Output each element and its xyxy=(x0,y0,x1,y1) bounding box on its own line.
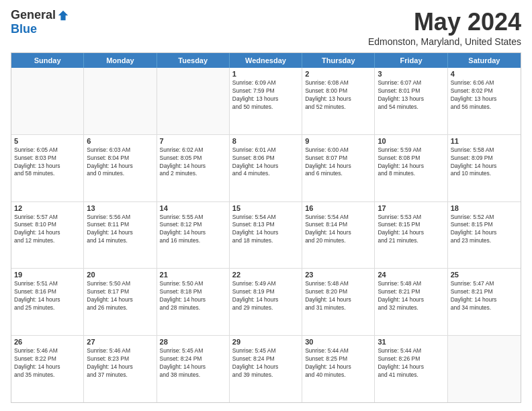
day-info: Sunrise: 5:57 AMSunset: 8:10 PMDaylight:… xyxy=(14,214,81,246)
calendar-row: 12Sunrise: 5:57 AMSunset: 8:10 PMDayligh… xyxy=(11,201,521,269)
day-number: 7 xyxy=(160,137,226,145)
day-info: Sunrise: 6:03 AMSunset: 8:04 PMDaylight:… xyxy=(87,146,153,179)
day-info: Sunrise: 6:08 AMSunset: 8:00 PMDaylight:… xyxy=(305,79,371,111)
day-info: Sunrise: 5:44 AMSunset: 8:25 PMDaylight:… xyxy=(305,347,371,379)
day-cell: 24Sunrise: 5:48 AMSunset: 8:21 PMDayligh… xyxy=(375,269,447,335)
day-cell: 10Sunrise: 5:59 AMSunset: 8:08 PMDayligh… xyxy=(375,135,447,201)
day-number: 31 xyxy=(378,338,444,346)
logo: General Blue xyxy=(11,8,69,36)
day-info: Sunrise: 6:05 AMSunset: 8:03 PMDaylight:… xyxy=(14,146,81,179)
month-title: May 2024 xyxy=(368,8,521,36)
day-cell: 31Sunrise: 5:44 AMSunset: 8:26 PMDayligh… xyxy=(375,336,447,402)
day-number: 29 xyxy=(232,338,299,346)
day-cell: 28Sunrise: 5:45 AMSunset: 8:24 PMDayligh… xyxy=(157,336,230,402)
day-cell: 11Sunrise: 5:58 AMSunset: 8:09 PMDayligh… xyxy=(448,135,521,201)
day-info: Sunrise: 5:54 AMSunset: 8:14 PMDaylight:… xyxy=(305,214,371,246)
day-info: Sunrise: 5:44 AMSunset: 8:26 PMDaylight:… xyxy=(378,347,444,379)
day-info: Sunrise: 5:52 AMSunset: 8:15 PMDaylight:… xyxy=(451,214,518,246)
day-cell xyxy=(157,68,230,134)
day-number: 30 xyxy=(305,338,371,346)
calendar: SundayMondayTuesdayWednesdayThursdayFrid… xyxy=(11,52,521,403)
day-number: 1 xyxy=(232,70,299,78)
day-of-week-header: Friday xyxy=(375,53,447,68)
day-cell: 2Sunrise: 6:08 AMSunset: 8:00 PMDaylight… xyxy=(302,68,375,134)
day-cell: 7Sunrise: 6:02 AMSunset: 8:05 PMDaylight… xyxy=(157,135,230,201)
day-cell: 21Sunrise: 5:50 AMSunset: 8:18 PMDayligh… xyxy=(157,269,230,335)
day-number: 25 xyxy=(451,271,518,279)
day-cell: 5Sunrise: 6:05 AMSunset: 8:03 PMDaylight… xyxy=(11,135,84,201)
day-cell: 27Sunrise: 5:46 AMSunset: 8:23 PMDayligh… xyxy=(84,336,157,402)
day-cell: 23Sunrise: 5:48 AMSunset: 8:20 PMDayligh… xyxy=(302,269,375,335)
day-info: Sunrise: 5:58 AMSunset: 8:09 PMDaylight:… xyxy=(451,146,518,179)
day-cell: 9Sunrise: 6:00 AMSunset: 8:07 PMDaylight… xyxy=(302,135,375,201)
day-number: 22 xyxy=(232,271,299,279)
day-number: 15 xyxy=(232,204,299,212)
day-number: 4 xyxy=(451,70,518,78)
day-cell: 29Sunrise: 5:45 AMSunset: 8:24 PMDayligh… xyxy=(230,336,302,402)
day-cell xyxy=(11,68,84,134)
day-info: Sunrise: 5:59 AMSunset: 8:08 PMDaylight:… xyxy=(378,146,444,179)
day-cell: 12Sunrise: 5:57 AMSunset: 8:10 PMDayligh… xyxy=(11,202,84,269)
day-number: 14 xyxy=(160,204,226,212)
day-of-week-header: Wednesday xyxy=(230,53,302,68)
day-of-week-header: Saturday xyxy=(448,53,521,68)
day-info: Sunrise: 6:02 AMSunset: 8:05 PMDaylight:… xyxy=(160,146,226,179)
day-number: 6 xyxy=(87,137,153,145)
title-section: May 2024 Edmonston, Maryland, United Sta… xyxy=(368,8,521,47)
day-number: 16 xyxy=(305,204,371,212)
day-cell: 8Sunrise: 6:01 AMSunset: 8:06 PMDaylight… xyxy=(230,135,302,201)
day-of-week-header: Tuesday xyxy=(157,53,230,68)
day-cell: 18Sunrise: 5:52 AMSunset: 8:15 PMDayligh… xyxy=(448,202,521,269)
location: Edmonston, Maryland, United States xyxy=(368,36,521,47)
logo-blue-text: Blue xyxy=(11,22,37,36)
day-info: Sunrise: 5:56 AMSunset: 8:11 PMDaylight:… xyxy=(87,214,153,246)
day-of-week-header: Thursday xyxy=(302,53,375,68)
day-number: 17 xyxy=(378,204,444,212)
day-number: 5 xyxy=(14,137,81,145)
day-info: Sunrise: 5:49 AMSunset: 8:19 PMDaylight:… xyxy=(232,280,299,312)
day-number: 26 xyxy=(14,338,81,346)
day-cell: 26Sunrise: 5:46 AMSunset: 8:22 PMDayligh… xyxy=(11,336,84,402)
calendar-header: SundayMondayTuesdayWednesdayThursdayFrid… xyxy=(11,53,521,68)
day-cell: 25Sunrise: 5:47 AMSunset: 8:21 PMDayligh… xyxy=(448,269,521,335)
day-info: Sunrise: 5:55 AMSunset: 8:12 PMDaylight:… xyxy=(160,214,226,246)
day-info: Sunrise: 5:47 AMSunset: 8:21 PMDaylight:… xyxy=(451,280,518,312)
day-cell: 3Sunrise: 6:07 AMSunset: 8:01 PMDaylight… xyxy=(375,68,447,134)
day-number: 13 xyxy=(87,204,153,212)
day-info: Sunrise: 5:48 AMSunset: 8:21 PMDaylight:… xyxy=(378,280,444,312)
day-info: Sunrise: 5:50 AMSunset: 8:18 PMDaylight:… xyxy=(160,280,226,312)
day-info: Sunrise: 6:06 AMSunset: 8:02 PMDaylight:… xyxy=(451,79,518,111)
day-number: 24 xyxy=(378,271,444,279)
day-of-week-header: Monday xyxy=(84,53,157,68)
calendar-row: 19Sunrise: 5:51 AMSunset: 8:16 PMDayligh… xyxy=(11,268,521,335)
day-info: Sunrise: 6:07 AMSunset: 8:01 PMDaylight:… xyxy=(378,79,444,111)
day-number: 27 xyxy=(87,338,153,346)
day-info: Sunrise: 5:45 AMSunset: 8:24 PMDaylight:… xyxy=(160,347,226,379)
day-cell: 20Sunrise: 5:50 AMSunset: 8:17 PMDayligh… xyxy=(84,269,157,335)
day-number: 8 xyxy=(232,137,299,145)
day-cell: 30Sunrise: 5:44 AMSunset: 8:25 PMDayligh… xyxy=(302,336,375,402)
day-number: 2 xyxy=(305,70,371,78)
day-number: 9 xyxy=(305,137,371,145)
day-cell: 15Sunrise: 5:54 AMSunset: 8:13 PMDayligh… xyxy=(230,202,302,269)
day-cell: 19Sunrise: 5:51 AMSunset: 8:16 PMDayligh… xyxy=(11,269,84,335)
header: General Blue May 2024 Edmonston, Marylan… xyxy=(11,8,521,47)
day-number: 18 xyxy=(451,204,518,212)
svg-marker-0 xyxy=(58,10,68,19)
day-info: Sunrise: 5:50 AMSunset: 8:17 PMDaylight:… xyxy=(87,280,153,312)
day-cell: 4Sunrise: 6:06 AMSunset: 8:02 PMDaylight… xyxy=(448,68,521,134)
day-info: Sunrise: 5:46 AMSunset: 8:22 PMDaylight:… xyxy=(14,347,81,379)
day-number: 21 xyxy=(160,271,226,279)
day-info: Sunrise: 5:48 AMSunset: 8:20 PMDaylight:… xyxy=(305,280,371,312)
day-cell xyxy=(448,336,521,402)
day-number: 12 xyxy=(14,204,81,212)
day-number: 11 xyxy=(451,137,518,145)
day-info: Sunrise: 5:54 AMSunset: 8:13 PMDaylight:… xyxy=(232,214,299,246)
day-number: 3 xyxy=(378,70,444,78)
day-number: 20 xyxy=(87,271,153,279)
day-info: Sunrise: 5:53 AMSunset: 8:15 PMDaylight:… xyxy=(378,214,444,246)
calendar-row: 5Sunrise: 6:05 AMSunset: 8:03 PMDaylight… xyxy=(11,134,521,201)
day-cell: 16Sunrise: 5:54 AMSunset: 8:14 PMDayligh… xyxy=(302,202,375,269)
day-number: 19 xyxy=(14,271,81,279)
day-number: 23 xyxy=(305,271,371,279)
